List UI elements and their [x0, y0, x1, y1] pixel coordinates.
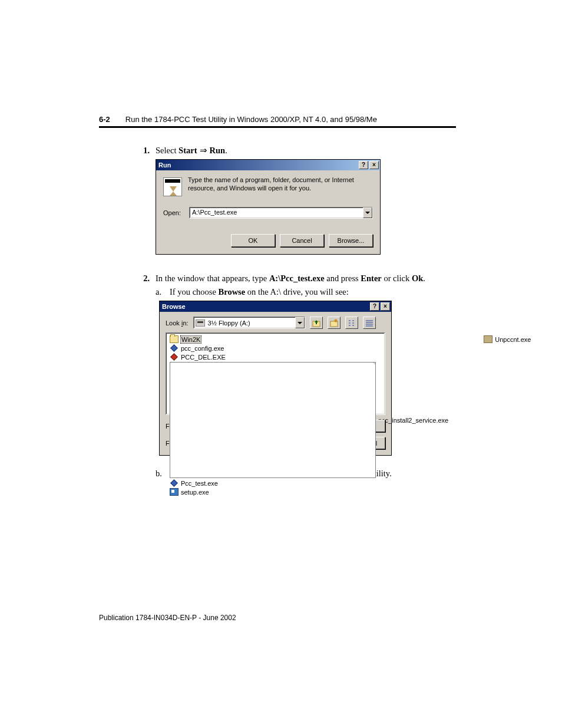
open-label: Open: — [163, 209, 181, 216]
details-view-icon[interactable] — [363, 317, 376, 329]
box-icon — [484, 335, 492, 343]
file-item-label: pcc_install2_service.exe — [378, 417, 448, 424]
svg-rect-1 — [330, 321, 338, 327]
browse-button[interactable]: Browse... — [329, 234, 373, 247]
chevron-down-icon[interactable] — [295, 317, 305, 328]
folder-icon — [170, 335, 178, 343]
file-item-label: Pcc_test.exe — [181, 480, 218, 487]
run-program-icon — [163, 177, 182, 196]
open-value[interactable]: A:\Pcc_test.exe — [190, 207, 363, 218]
file-item[interactable]: pcc_install2_service.exe — [170, 362, 448, 478]
chevron-down-icon[interactable] — [363, 207, 372, 218]
file-item[interactable]: Unpccnt.exe — [484, 335, 531, 343]
diam-icon — [170, 479, 178, 487]
file-item-label: Win2K — [181, 336, 201, 343]
run-dialog: Run ? × Type the name of a program, fold… — [156, 159, 381, 255]
file-item[interactable]: setup.exe — [170, 488, 448, 496]
file-item-label: Unpccnt.exe — [495, 336, 531, 343]
publication-footer: Publication 1784-IN034D-EN-P - June 2002 — [99, 614, 236, 622]
diam-icon — [170, 353, 178, 361]
setup-icon — [170, 488, 178, 496]
browse-title: Browse — [162, 303, 186, 310]
page-icon — [170, 362, 376, 478]
header-rule — [99, 126, 456, 128]
browse-dialog: Browse ? × Look in: — [159, 301, 392, 456]
close-icon[interactable]: × — [381, 302, 390, 311]
close-icon[interactable]: × — [369, 161, 379, 169]
run-title: Run — [158, 162, 171, 169]
step-2a-text: If you choose Browse on the A:\ drive, y… — [170, 287, 456, 297]
file-item-label: PCC_DEL.EXE — [181, 354, 226, 361]
cancel-button[interactable]: Cancel — [280, 234, 324, 247]
ok-button[interactable]: OK — [231, 234, 275, 247]
file-list[interactable]: Win2Kpcc_config.exePCC_DEL.EXEpcc_instal… — [166, 332, 385, 415]
file-item[interactable]: PCC_DEL.EXE — [170, 353, 448, 361]
help-icon[interactable]: ? — [370, 302, 379, 311]
step-1-number: 1. — [140, 146, 150, 255]
floppy-drive-icon — [196, 319, 205, 327]
file-item[interactable]: Pcc_test.exe — [170, 479, 448, 487]
step-1-text: Select Start ⇒ Run. — [156, 146, 456, 156]
new-folder-icon[interactable] — [328, 317, 340, 329]
file-item[interactable]: pcc_config.exe — [170, 344, 448, 352]
up-one-level-icon[interactable] — [310, 317, 323, 329]
run-titlebar[interactable]: Run ? × — [156, 160, 380, 170]
file-item[interactable]: Win2K — [170, 335, 448, 343]
help-icon[interactable]: ? — [359, 161, 368, 169]
look-in-value: 3½ Floppy (A:) — [208, 319, 250, 327]
file-item-label: pcc_config.exe — [181, 345, 224, 352]
step-2-text: In the window that appears, type A:\Pcc_… — [156, 274, 456, 284]
step-2-number: 2. — [140, 274, 150, 479]
page-number: 6-2 — [99, 115, 110, 124]
running-head-title: Run the 1784-PCC Test Utility in Windows… — [125, 115, 377, 124]
open-combobox[interactable]: A:\Pcc_test.exe — [189, 207, 373, 219]
browse-titlebar[interactable]: Browse ? × — [160, 301, 391, 312]
file-item-label: setup.exe — [181, 489, 209, 496]
list-view-icon[interactable] — [345, 317, 358, 329]
diam-icon — [170, 344, 178, 352]
step-2b-letter: b. — [156, 469, 164, 479]
look-in-label: Look in: — [166, 319, 189, 327]
look-in-combobox[interactable]: 3½ Floppy (A:) — [193, 317, 305, 329]
run-description: Type the name of a program, folder, docu… — [188, 176, 373, 193]
